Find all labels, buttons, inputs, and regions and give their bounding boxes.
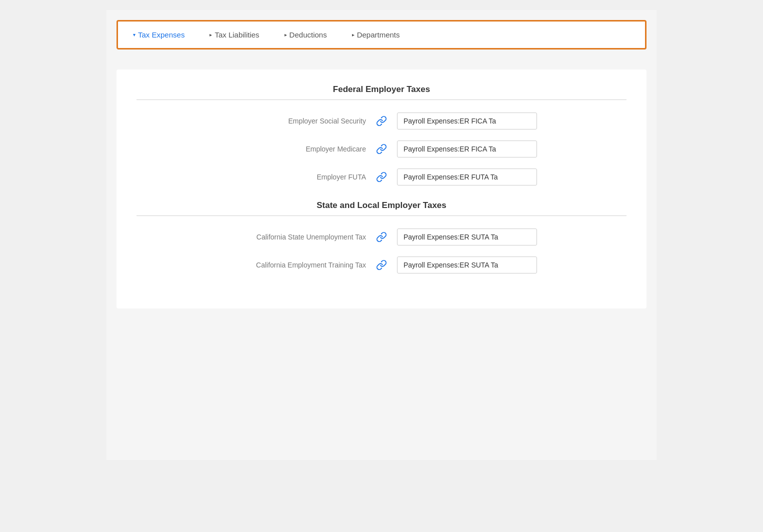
tax-input-employer-medicare[interactable] (397, 140, 537, 158)
tax-liabilities-arrow-icon: ▸ (210, 32, 212, 38)
tax-input-employer-futa[interactable] (397, 168, 537, 186)
tax-input-ca-state-unemployment[interactable] (397, 228, 537, 246)
tax-row-ca-state-unemployment: California State Unemployment Tax (136, 228, 626, 246)
section-federal-employer-taxes: Federal Employer TaxesEmployer Social Se… (136, 84, 626, 186)
tax-row-ca-employment-training: California Employment Training Tax (136, 256, 626, 274)
tax-input-ca-employment-training[interactable] (397, 256, 537, 274)
tab-tax-liabilities[interactable]: ▸Tax Liabilities (210, 30, 259, 39)
tax-input-employer-social-security[interactable] (397, 112, 537, 130)
link-icon-employer-futa[interactable] (376, 172, 387, 182)
tax-row-employer-futa: Employer FUTA (136, 168, 626, 186)
tax-label-ca-state-unemployment: California State Unemployment Tax (226, 233, 366, 241)
tab-bar: ▾Tax Expenses▸Tax Liabilities▸Deductions… (116, 20, 646, 50)
tax-expenses-label: Tax Expenses (138, 30, 184, 39)
link-icon-employer-medicare[interactable] (376, 144, 387, 154)
link-icon-ca-state-unemployment[interactable] (376, 232, 387, 242)
tab-deductions[interactable]: ▸Deductions (284, 30, 327, 39)
deductions-arrow-icon: ▸ (284, 32, 287, 38)
section-divider-federal-employer-taxes (136, 100, 626, 100)
main-container: ▾Tax Expenses▸Tax Liabilities▸Deductions… (106, 10, 656, 460)
section-title-state-local-employer-taxes: State and Local Employer Taxes (136, 200, 626, 210)
tax-row-employer-medicare: Employer Medicare (136, 140, 626, 158)
tab-departments[interactable]: ▸Departments (352, 30, 400, 39)
departments-label: Departments (357, 30, 400, 39)
section-divider-state-local-employer-taxes (136, 216, 626, 216)
tax-liabilities-label: Tax Liabilities (214, 30, 259, 39)
tax-label-ca-employment-training: California Employment Training Tax (226, 261, 366, 269)
departments-arrow-icon: ▸ (352, 32, 354, 38)
tax-label-employer-futa: Employer FUTA (226, 173, 366, 181)
section-state-local-employer-taxes: State and Local Employer TaxesCalifornia… (136, 200, 626, 274)
tax-label-employer-social-security: Employer Social Security (226, 117, 366, 125)
link-icon-employer-social-security[interactable] (376, 116, 387, 126)
deductions-label: Deductions (290, 30, 327, 39)
content-area: Federal Employer TaxesEmployer Social Se… (116, 70, 646, 308)
tab-tax-expenses[interactable]: ▾Tax Expenses (133, 30, 184, 39)
section-title-federal-employer-taxes: Federal Employer Taxes (136, 84, 626, 94)
tax-label-employer-medicare: Employer Medicare (226, 145, 366, 153)
tax-expenses-arrow-icon: ▾ (133, 32, 136, 38)
link-icon-ca-employment-training[interactable] (376, 260, 387, 270)
tax-row-employer-social-security: Employer Social Security (136, 112, 626, 130)
